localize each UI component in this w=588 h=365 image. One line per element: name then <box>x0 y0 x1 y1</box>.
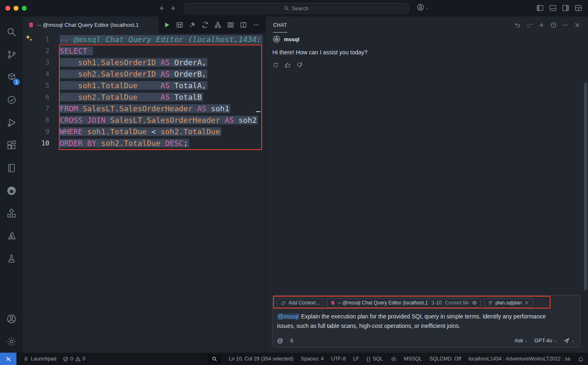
chevron-down-icon: ⌄ <box>572 339 575 343</box>
toggle-sidebar-right-icon[interactable] <box>562 4 569 12</box>
flask-icon[interactable] <box>2 247 21 270</box>
microphone-icon[interactable] <box>289 338 295 344</box>
error-icon <box>63 356 68 362</box>
close-window-button[interactable] <box>5 6 10 11</box>
new-chat-icon[interactable] <box>538 22 545 28</box>
code-line[interactable]: 8CROSS·JOIN·SalesLT.SalesOrderHeader·AS·… <box>23 114 265 126</box>
mssql-status[interactable]: MSSQL <box>404 356 422 362</box>
problems-button[interactable]: 0 0 <box>63 356 86 362</box>
split-editor-icon[interactable] <box>240 21 247 28</box>
mention-icon[interactable]: @ <box>277 337 283 344</box>
notebook-icon[interactable] <box>2 157 21 179</box>
tab-chat[interactable]: CHAT <box>273 17 287 33</box>
redo-icon[interactable] <box>526 22 533 28</box>
thumbs-up-icon[interactable] <box>284 62 291 68</box>
search-icon <box>284 6 289 11</box>
remote-indicator[interactable] <box>0 353 16 365</box>
profile-menu[interactable]: ⌄ <box>416 3 429 12</box>
eol-status[interactable]: LF <box>353 356 359 362</box>
schema-hierarchy-icon[interactable] <box>214 21 221 28</box>
launchpad-button[interactable]: Launchpad <box>23 356 56 362</box>
editor-tab[interactable]: -- @mssql Chat Query Editor (localhost,1 <box>23 16 159 33</box>
forward-arrow-icon[interactable] <box>170 5 177 12</box>
settings-gear-icon[interactable] <box>2 330 21 353</box>
close-icon[interactable] <box>524 300 529 305</box>
send-button[interactable]: ⌄ <box>563 337 575 344</box>
chat-input-container[interactable]: Add Context... -- @mssql Chat Query Edit… <box>272 295 580 347</box>
code-line[interactable]: 4····soh2.SalesOrderID·AS·OrderB, <box>23 68 265 80</box>
components-icon[interactable] <box>2 202 21 225</box>
code-line[interactable]: 1--·@mssql·Chat·Query·Editor·(localhost,… <box>23 33 265 45</box>
copilot-icon[interactable] <box>390 356 397 362</box>
maximize-window-button[interactable] <box>22 6 27 11</box>
search-icon[interactable] <box>2 21 21 43</box>
code-line[interactable]: 6····soh2.TotalDue·····AS·TotalB <box>23 91 265 103</box>
text-cursor <box>256 111 260 112</box>
github-icon[interactable] <box>2 179 21 202</box>
close-icon[interactable] <box>574 22 581 28</box>
mode-dropdown[interactable]: Ask⌄ <box>514 338 528 344</box>
chat-scrollbar[interactable] <box>584 82 587 290</box>
context-file-chip[interactable]: -- @mssql Chat Query Editor (localhost,1… <box>327 298 481 308</box>
encoding-status[interactable]: UTF-8 <box>331 356 346 362</box>
message-text: Hi there! How can I assist you today? <box>272 49 581 56</box>
more-actions-icon[interactable] <box>253 21 260 28</box>
query-plan-icon[interactable] <box>227 21 234 28</box>
editor-toolbar <box>159 16 265 33</box>
remote-explorer-icon[interactable]: 1 <box>2 66 21 89</box>
accounts-icon[interactable] <box>2 307 21 330</box>
undo-icon[interactable] <box>514 22 521 28</box>
badge: 1 <box>13 79 20 85</box>
search-status-pill[interactable] <box>207 354 221 363</box>
connection-status[interactable]: localhost,1434 : AdventureWorksLT2022 : … <box>468 356 570 362</box>
code-line[interactable]: 5····soh1.TotalDue·····AS·TotalA, <box>23 80 265 91</box>
line-number: 3 <box>23 58 52 66</box>
chat-prompt-text[interactable]: @mssql Explain the execution plan for th… <box>277 312 548 331</box>
indentation-status[interactable]: Spaces: 4 <box>301 356 324 362</box>
more-actions-icon[interactable] <box>562 22 569 28</box>
change-connection-icon[interactable] <box>202 21 209 28</box>
toggle-panel-icon[interactable] <box>549 4 557 12</box>
add-context-button[interactable]: Add Context... <box>277 298 323 308</box>
line-number: 9 <box>23 128 52 136</box>
back-arrow-icon[interactable] <box>158 5 165 12</box>
editor-body[interactable]: 1--·@mssql·Chat·Query·Editor·(localhost,… <box>23 33 265 353</box>
run-query-icon[interactable] <box>163 21 170 28</box>
code-line[interactable]: 2SELECT· <box>23 45 265 56</box>
line-number: 5 <box>23 82 52 89</box>
cursor-position-status[interactable]: Ln 10, Col 29 (354 selected) <box>229 356 293 362</box>
language-mode-status[interactable]: {} SQL <box>367 356 383 362</box>
thumbs-down-icon[interactable] <box>296 62 303 68</box>
warning-icon <box>75 356 81 362</box>
testing-icon[interactable] <box>2 89 21 111</box>
title-bar: Search ⌄ <box>0 0 588 16</box>
history-icon[interactable] <box>550 22 557 28</box>
toggle-sidebar-left-icon[interactable] <box>536 4 544 12</box>
model-dropdown[interactable]: GPT-4o⌄ <box>535 338 557 344</box>
copilot-sparkle-icon[interactable] <box>25 34 33 42</box>
code-line[interactable]: 10ORDER·BY·soh2.TotalDue·DESC; <box>23 137 265 149</box>
notifications-bell-icon[interactable] <box>578 356 584 362</box>
context-file-label: -- @mssql Chat Query Editor (localhost,1 <box>338 300 428 306</box>
run-debug-icon[interactable] <box>2 111 21 134</box>
line-number: 8 <box>23 116 52 124</box>
plan-file-chip[interactable]: plan.sqlplan <box>484 298 533 308</box>
azure-icon[interactable] <box>2 225 21 247</box>
message-author: mssql <box>284 36 300 42</box>
command-center-search[interactable]: Search <box>184 3 409 14</box>
code-line[interactable]: 9WHERE·soh1.TotalDue·<·soh2.TotalDue <box>23 126 265 137</box>
editor-group: -- @mssql Chat Query Editor (localhost,1 <box>23 16 265 353</box>
minimize-window-button[interactable] <box>14 6 19 11</box>
mention-chip[interactable]: @mssql <box>277 313 300 320</box>
results-grid-icon[interactable] <box>176 21 183 28</box>
code-line[interactable]: 7FROM·SalesLT.SalesOrderHeader·AS·soh1 <box>23 103 265 114</box>
code-line[interactable]: 3····soh1.SalesOrderID·AS·OrderA, <box>23 56 265 68</box>
regenerate-icon[interactable] <box>272 62 279 68</box>
extensions-icon[interactable] <box>2 134 21 157</box>
chat-panel: CHAT <box>265 16 588 353</box>
customize-layout-icon[interactable] <box>574 4 582 12</box>
disconnect-plug-icon[interactable] <box>189 21 196 28</box>
eye-icon[interactable] <box>472 300 477 306</box>
source-control-icon[interactable] <box>2 43 21 66</box>
sqlcmd-status[interactable]: SQLCMD: Off <box>430 356 461 362</box>
